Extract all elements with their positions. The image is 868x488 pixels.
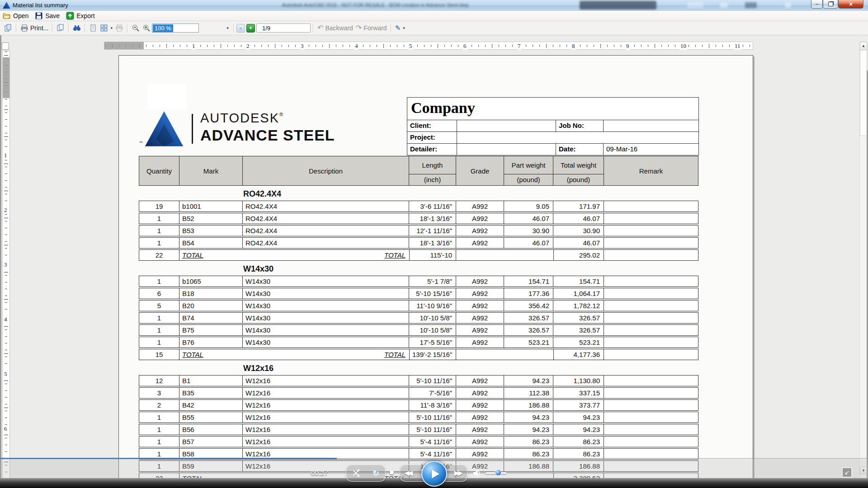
table-header-row: Quantity Mark Description Length (inch) … [139, 156, 698, 186]
cell-part-weight: 94.23 [504, 412, 553, 422]
annotate-tool-button[interactable]: ✎ ▾ [394, 23, 406, 33]
cell-description: W12x16 [243, 375, 409, 386]
cell-grade: A992 [456, 325, 504, 335]
cell-mark: B20 [179, 300, 243, 311]
forward-arrow-icon: ↷ [356, 24, 362, 32]
scroll-up-button[interactable]: ▲ [860, 42, 867, 50]
zoom-out-button[interactable] [130, 23, 141, 33]
previous-page-button[interactable]: ▲ [236, 24, 245, 33]
cell-quantity: 22 [139, 250, 179, 260]
single-page-view-button[interactable] [88, 23, 99, 33]
next-page-button[interactable]: ▼ [246, 24, 255, 33]
cell-length: 5'-10 11/16" [409, 412, 456, 422]
forward-button[interactable]: ↷ Forward [354, 23, 388, 33]
cell-grade: A992 [456, 412, 504, 422]
autodesk-logo-triangle [144, 110, 184, 147]
background-glyph [785, 3, 791, 8]
window-title: Material list summary [13, 2, 68, 9]
ruler-number: 2 [4, 206, 7, 214]
table-row: 1B76W14x3017'-5 5/16"A992523.21523.21 [139, 337, 698, 348]
exit-fullscreen-button[interactable]: ↙ [842, 467, 852, 478]
volume-icon[interactable] [472, 468, 482, 478]
repeat-icon[interactable]: ↻ [373, 469, 379, 477]
stop-button[interactable]: ■ [387, 468, 396, 478]
zoom-in-button[interactable] [141, 23, 152, 33]
cell-description: W14x30 [243, 325, 409, 335]
cell-grade: A992 [456, 436, 504, 447]
cell-part-weight: 356.42 [504, 300, 553, 311]
cell-part-weight: 9.05 [504, 201, 553, 211]
cell-remark [604, 337, 698, 347]
page-setup-button[interactable] [114, 23, 125, 33]
zoom-level-combobox[interactable]: 100 % [152, 23, 199, 33]
restore-icon [828, 2, 833, 6]
client-label: Client: [407, 120, 457, 131]
cell-remark [604, 225, 698, 236]
cell-grade: A992 [456, 375, 504, 386]
print-icon [20, 24, 28, 32]
cell-remark [604, 349, 698, 360]
player-progress-track[interactable] [337, 458, 868, 459]
cell-length: 18'-1 3/16" [409, 238, 456, 248]
restore-button[interactable] [823, 0, 838, 9]
cell-length: 5'-10 15/16" [409, 288, 456, 299]
cell-length: 10'-10 5/8" [409, 313, 456, 323]
cell-length: 5'-10 11/16" [409, 375, 456, 386]
cell-part-weight: 46.07 [504, 213, 553, 224]
backward-button[interactable]: ↶ Backward [316, 23, 354, 33]
shuffle-icon[interactable] [352, 469, 360, 477]
cell-grade: A992 [456, 201, 504, 211]
cell-quantity: 1 [139, 325, 179, 335]
copy-report-button[interactable] [3, 23, 14, 33]
cell-description: W12x16 [243, 412, 409, 422]
play-button[interactable] [421, 461, 447, 487]
cell-part-weight: 30.90 [504, 225, 553, 236]
table-total-row: 15TOTALTOTAL139'-2 15/16"4,177.36 [139, 349, 698, 360]
cell-length: 11'-10 9/16" [409, 300, 456, 311]
close-button[interactable]: × [838, 0, 863, 9]
background-glyph [687, 2, 703, 8]
zoom-combobox-caret-icon[interactable]: ▾ [224, 23, 231, 33]
cell-description: W14x30 [243, 313, 409, 323]
copy-icon [57, 24, 65, 32]
cell-description: W12x16 [243, 388, 409, 398]
cell-description: W12x16 [243, 436, 409, 447]
cell-mark-total-label: TOTAL [179, 349, 243, 360]
save-button[interactable]: Save [35, 12, 60, 20]
copy-button[interactable] [55, 23, 66, 33]
cell-length: 3'-6 11/16" [409, 201, 456, 211]
cell-total-weight: 86.23 [553, 436, 604, 447]
export-button[interactable]: Export [66, 12, 94, 20]
rewind-icon[interactable]: ◀◀ [404, 469, 413, 477]
cell-length: 10'-10 5/8" [409, 325, 456, 335]
cell-part-weight: 94.23 [504, 424, 553, 435]
cell-length-total: 115'-10 [409, 250, 456, 260]
ruler-number: 5 [4, 370, 7, 378]
cell-quantity: 19 [139, 201, 179, 211]
pencil-icon: ✎ [395, 24, 401, 32]
cell-total-weight-total: 4,177.36 [553, 349, 604, 360]
cell-remark [604, 424, 698, 435]
page-indicator-field[interactable]: 1/9 [256, 23, 311, 33]
backward-label: Backward [325, 24, 353, 32]
print-button[interactable]: Print... [19, 23, 50, 33]
horizontal-ruler: 1234567891011 [104, 42, 753, 50]
cell-description: W14x30 [243, 276, 409, 286]
play-icon [432, 469, 439, 479]
open-button[interactable]: Open [3, 12, 28, 20]
cell-remark [604, 288, 698, 299]
cell-mark: B18 [179, 288, 243, 299]
fast-forward-icon[interactable]: ▶▶ [454, 469, 463, 477]
scrollbar-thumb[interactable] [860, 50, 867, 136]
ruler-number: 3 [300, 42, 305, 50]
ruler-number: 11 [734, 42, 741, 50]
ruler-number: 2 [245, 42, 250, 50]
multi-page-view-button[interactable]: ▾ [99, 23, 114, 33]
minimize-button[interactable]: – [811, 0, 823, 9]
cell-description-total-label: TOTAL [243, 349, 409, 360]
cell-quantity: 1 [139, 412, 179, 422]
project-value [457, 132, 698, 143]
cell-part-weight: 46.07 [504, 238, 553, 248]
volume-slider-knob[interactable] [495, 469, 501, 476]
find-button[interactable] [71, 23, 82, 33]
